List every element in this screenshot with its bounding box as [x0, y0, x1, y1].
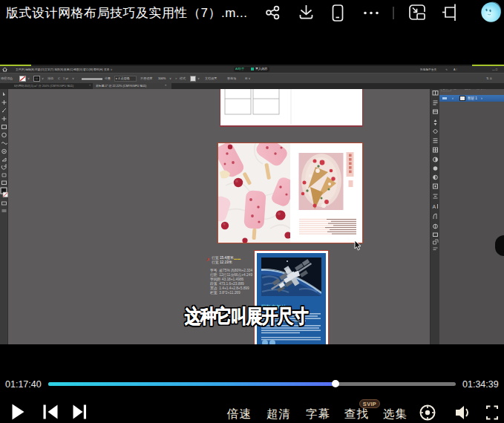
svg-text:A: A	[433, 204, 436, 209]
